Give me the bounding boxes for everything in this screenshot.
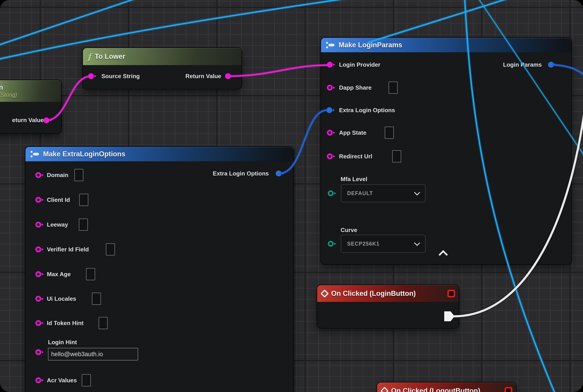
pin-label-curve: Curve: [340, 227, 357, 234]
node-to-lower[interactable]: ƒ To Lower Source String Return Value: [83, 48, 242, 89]
max-age-value-box[interactable]: [86, 268, 95, 280]
ui-locales-pin[interactable]: [35, 296, 41, 302]
node-get-text-partial[interactable]: tion ox (String) eturn Value: [0, 80, 61, 133]
extra-login-options-pin[interactable]: [326, 107, 332, 113]
event-diamond-icon: [320, 290, 329, 298]
node-on-clicked-logoutbutton[interactable]: On Clicked (LogoutButton): [377, 382, 516, 392]
login-hint-input[interactable]: [48, 348, 138, 360]
make-struct-icon: [30, 150, 40, 158]
mfa-level-dropdown[interactable]: DEFAULT: [341, 184, 426, 202]
login-provider-pin[interactable]: [327, 62, 333, 68]
blueprint-graph-canvas[interactable]: tion ox (String) eturn Value ƒ To Lower …: [0, 0, 583, 392]
curve-pin[interactable]: [328, 241, 334, 247]
pin-label-id-token-hint: Id Token Hint: [47, 320, 84, 326]
curve-dropdown[interactable]: SECP256K1: [341, 235, 426, 253]
acr-values-value-box[interactable]: [82, 374, 91, 386]
pin-label-return-value: eturn Value: [12, 117, 44, 124]
node-on-clicked-loginbutton[interactable]: On Clicked (LoginButton): [317, 285, 459, 328]
app-state-pin[interactable]: [327, 130, 333, 136]
return-value-pin[interactable]: [44, 117, 49, 123]
pin-label-login-hint: Login Hint: [48, 339, 77, 346]
mfa-level-pin[interactable]: [328, 190, 334, 196]
pin-label-extra-login-options: Extra Login Options: [339, 107, 395, 114]
node-title: On Clicked (LoginButton): [331, 290, 416, 298]
pin-label-source-string: Source String: [101, 73, 140, 80]
login-hint-pin[interactable]: [35, 349, 41, 355]
login-params-out-pin[interactable]: [548, 62, 554, 68]
bound-widget-icon: [504, 387, 512, 392]
max-age-pin[interactable]: [35, 271, 41, 277]
client-id-value-box[interactable]: [79, 194, 88, 206]
pin-label-return-value: Return Value: [186, 73, 221, 80]
pin-label-login-provider: Login Provider: [339, 61, 380, 68]
acr-values-pin[interactable]: [35, 377, 41, 383]
ui-locales-value-box[interactable]: [92, 293, 101, 305]
id-token-hint-pin[interactable]: [35, 320, 41, 326]
node-title: To Lower: [94, 52, 125, 60]
pin-label-acr-values: Acr Values: [47, 377, 77, 384]
node-title: On Clicked (LogoutButton): [391, 387, 480, 392]
pin-label-domain: Domain: [47, 172, 68, 178]
leeway-pin[interactable]: [35, 222, 41, 228]
node-title: Make LoginParams: [338, 41, 402, 49]
pin-label-redirect-url: Redirect Url: [339, 153, 372, 160]
redirect-url-pin[interactable]: [327, 154, 333, 159]
dapp-share-value-box[interactable]: [388, 82, 398, 94]
pin-label-extra-login-options-out: Extra Login Options: [199, 170, 269, 177]
node-title: Make ExtraLoginOptions: [43, 150, 125, 158]
domain-value-box[interactable]: [74, 169, 83, 181]
id-token-hint-value-box[interactable]: [99, 317, 108, 329]
pin-label-login-params: Login Params: [476, 61, 542, 68]
extra-login-options-out-pin[interactable]: [276, 170, 282, 176]
source-string-pin[interactable]: [88, 73, 94, 79]
chevron-down-icon: [414, 240, 420, 246]
node-title: tion: [0, 84, 3, 91]
mfa-level-value: DEFAULT: [347, 190, 373, 196]
event-diamond-icon: [380, 387, 389, 392]
dapp-share-pin[interactable]: [327, 85, 333, 90]
node-make-loginparams[interactable]: Make LoginParams Login Provider Login Pa…: [321, 38, 572, 264]
redirect-url-value-box[interactable]: [392, 150, 401, 162]
pin-label-max-age: Max Age: [47, 271, 71, 278]
verifier-id-field-pin[interactable]: [35, 246, 41, 252]
pin-label-leeway: Leeway: [47, 221, 68, 228]
return-value-pin[interactable]: [225, 73, 231, 79]
node-subtitle: ox (String): [0, 92, 17, 98]
pin-label-dapp-share: Dapp Share: [339, 84, 372, 91]
chevron-down-icon: [414, 190, 420, 196]
curve-value: SECP256K1: [347, 241, 380, 247]
pin-label-app-state: App State: [339, 129, 366, 136]
domain-pin[interactable]: [35, 172, 41, 178]
pin-label-verifier-id-field: Verifier Id Field: [47, 246, 89, 253]
pin-label-client-id: Client Id: [47, 196, 70, 203]
make-struct-icon: [326, 41, 335, 49]
collapse-pins-chevron-icon[interactable]: [438, 250, 448, 259]
node-make-extraloginoptions[interactable]: Make ExtraLoginOptions Extra Login Optio…: [26, 147, 294, 392]
leeway-value-box[interactable]: [79, 218, 88, 231]
client-id-pin[interactable]: [35, 197, 41, 203]
pin-label-ui-locales: Ui Locales: [47, 295, 76, 302]
app-state-value-box[interactable]: [385, 126, 394, 139]
pin-label-mfa-level: Mfa Level: [340, 176, 368, 182]
verifier-id-field-value-box[interactable]: [106, 243, 115, 256]
function-icon: ƒ: [88, 52, 91, 62]
bound-widget-icon: [448, 290, 455, 298]
